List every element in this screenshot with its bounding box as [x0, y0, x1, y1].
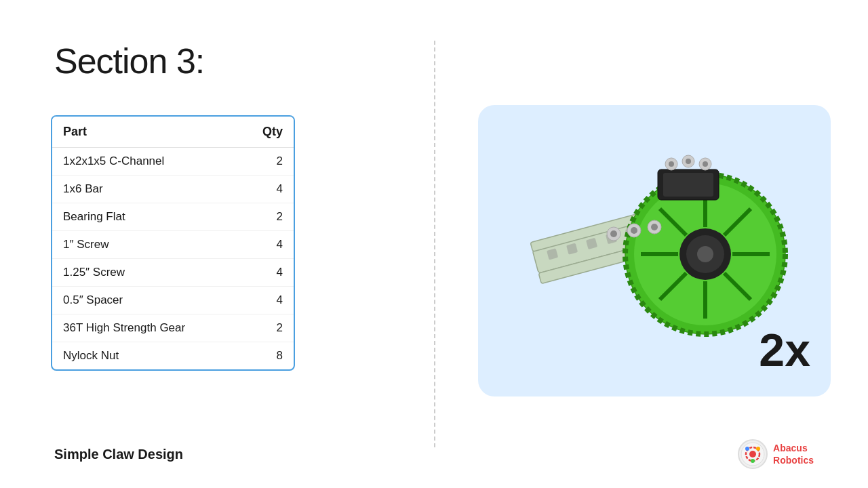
svg-point-43 [756, 447, 760, 451]
qty-cell: 8 [239, 342, 294, 370]
part-cell: 0.5″ Spacer [52, 287, 239, 314]
table-row: Nylock Nut8 [52, 342, 294, 370]
part-cell: 36T High Strength Gear [52, 314, 239, 342]
logo-circle [738, 439, 768, 469]
qty-cell: 4 [239, 176, 294, 203]
gear-assembly-svg [509, 129, 800, 373]
svg-point-30 [686, 159, 691, 164]
qty-cell: 2 [239, 148, 294, 176]
svg-point-32 [703, 161, 708, 167]
part-cell: 1x6 Bar [52, 176, 239, 203]
svg-point-44 [751, 459, 755, 463]
table-header-row: Part Qty [52, 117, 294, 148]
qty-column-header: Qty [239, 117, 294, 148]
part-cell: 1″ Screw [52, 231, 239, 259]
part-cell: 1x2x1x5 C-Channel [52, 148, 239, 176]
section-title: Section 3: [54, 41, 204, 81]
logo-container: Abacus Robotics [738, 439, 814, 469]
part-cell: Nylock Nut [52, 342, 239, 370]
svg-point-16 [697, 246, 713, 262]
svg-point-41 [749, 451, 756, 458]
table-row: 1.25″ Screw4 [52, 259, 294, 287]
logo-svg [741, 442, 765, 466]
parts-table: Part Qty 1x2x1x5 C-Channel21x6 Bar4Beari… [52, 117, 294, 369]
qty-cell: 2 [239, 203, 294, 231]
vertical-divider [434, 41, 435, 447]
svg-point-28 [669, 161, 674, 167]
logo-text: Abacus Robotics [773, 442, 814, 466]
svg-point-34 [610, 230, 617, 237]
qty-cell: 2 [239, 314, 294, 342]
footer: Simple Claw Design Abacus Robotics [54, 439, 814, 469]
qty-cell: 4 [239, 231, 294, 259]
qty-cell: 4 [239, 287, 294, 314]
table-row: Bearing Flat2 [52, 203, 294, 231]
svg-point-36 [631, 227, 637, 234]
svg-rect-26 [663, 173, 713, 197]
part-column-header: Part [52, 117, 239, 148]
qty-cell: 4 [239, 259, 294, 287]
table-row: 0.5″ Spacer4 [52, 287, 294, 314]
part-cell: Bearing Flat [52, 203, 239, 231]
table-row: 1x2x1x5 C-Channel2 [52, 148, 294, 176]
table-row: 36T High Strength Gear2 [52, 314, 294, 342]
multiplier-label: 2x [759, 323, 810, 376]
page-container: Section 3: Part Qty 1x2x1x5 C-Channel21x… [0, 0, 868, 488]
svg-point-38 [651, 224, 658, 230]
svg-point-42 [745, 447, 749, 451]
parts-table-container: Part Qty 1x2x1x5 C-Channel21x6 Bar4Beari… [51, 115, 295, 371]
part-cell: 1.25″ Screw [52, 259, 239, 287]
table-row: 1″ Screw4 [52, 231, 294, 259]
table-row: 1x6 Bar4 [52, 176, 294, 203]
image-panel: 2x [478, 105, 831, 396]
footer-title: Simple Claw Design [54, 447, 183, 462]
